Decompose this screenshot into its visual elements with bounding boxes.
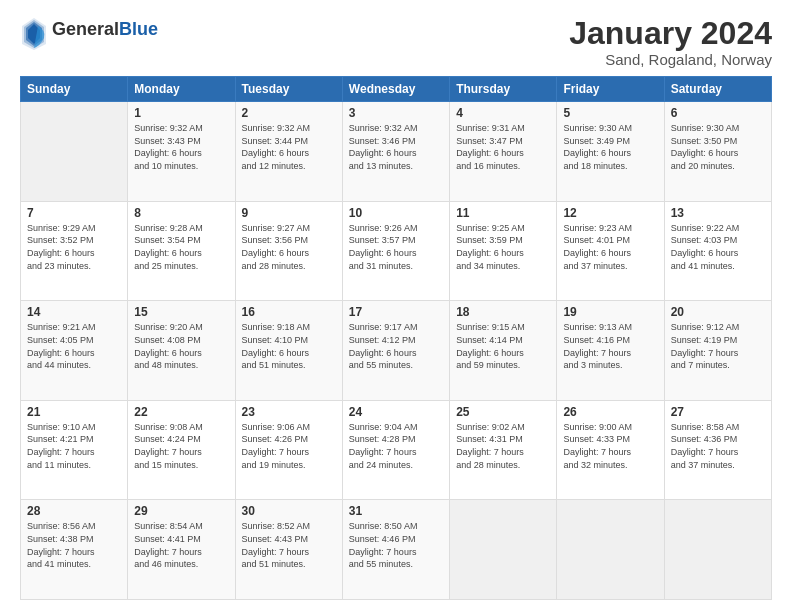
- day-number: 11: [456, 206, 550, 220]
- logo-blue: Blue: [119, 20, 158, 40]
- day-info: Sunrise: 9:29 AMSunset: 3:52 PMDaylight:…: [27, 222, 121, 272]
- day-number: 30: [242, 504, 336, 518]
- page-title: January 2024: [569, 16, 772, 51]
- calendar-cell: [557, 500, 664, 600]
- calendar-cell: [450, 500, 557, 600]
- day-number: 14: [27, 305, 121, 319]
- calendar-cell: 9Sunrise: 9:27 AMSunset: 3:56 PMDaylight…: [235, 201, 342, 301]
- header: GeneralBlue January 2024 Sand, Rogaland,…: [20, 16, 772, 68]
- calendar-cell: 17Sunrise: 9:17 AMSunset: 4:12 PMDayligh…: [342, 301, 449, 401]
- day-info: Sunrise: 9:15 AMSunset: 4:14 PMDaylight:…: [456, 321, 550, 371]
- calendar-cell: 13Sunrise: 9:22 AMSunset: 4:03 PMDayligh…: [664, 201, 771, 301]
- day-number: 20: [671, 305, 765, 319]
- calendar-week-row: 21Sunrise: 9:10 AMSunset: 4:21 PMDayligh…: [21, 400, 772, 500]
- calendar-cell: 29Sunrise: 8:54 AMSunset: 4:41 PMDayligh…: [128, 500, 235, 600]
- day-number: 1: [134, 106, 228, 120]
- calendar-cell: 3Sunrise: 9:32 AMSunset: 3:46 PMDaylight…: [342, 102, 449, 202]
- calendar-week-row: 1Sunrise: 9:32 AMSunset: 3:43 PMDaylight…: [21, 102, 772, 202]
- calendar-cell: 14Sunrise: 9:21 AMSunset: 4:05 PMDayligh…: [21, 301, 128, 401]
- page: GeneralBlue January 2024 Sand, Rogaland,…: [0, 0, 792, 612]
- calendar-cell: 23Sunrise: 9:06 AMSunset: 4:26 PMDayligh…: [235, 400, 342, 500]
- calendar-cell: 24Sunrise: 9:04 AMSunset: 4:28 PMDayligh…: [342, 400, 449, 500]
- calendar-cell: 27Sunrise: 8:58 AMSunset: 4:36 PMDayligh…: [664, 400, 771, 500]
- day-number: 31: [349, 504, 443, 518]
- day-number: 2: [242, 106, 336, 120]
- calendar-cell: 6Sunrise: 9:30 AMSunset: 3:50 PMDaylight…: [664, 102, 771, 202]
- page-subtitle: Sand, Rogaland, Norway: [569, 51, 772, 68]
- logo-icon: [20, 16, 48, 44]
- calendar-cell: 2Sunrise: 9:32 AMSunset: 3:44 PMDaylight…: [235, 102, 342, 202]
- day-number: 8: [134, 206, 228, 220]
- day-number: 6: [671, 106, 765, 120]
- logo-general: General: [52, 20, 119, 40]
- day-info: Sunrise: 9:00 AMSunset: 4:33 PMDaylight:…: [563, 421, 657, 471]
- calendar-week-row: 7Sunrise: 9:29 AMSunset: 3:52 PMDaylight…: [21, 201, 772, 301]
- day-number: 29: [134, 504, 228, 518]
- day-number: 23: [242, 405, 336, 419]
- day-number: 17: [349, 305, 443, 319]
- day-info: Sunrise: 8:56 AMSunset: 4:38 PMDaylight:…: [27, 520, 121, 570]
- calendar-cell: 15Sunrise: 9:20 AMSunset: 4:08 PMDayligh…: [128, 301, 235, 401]
- calendar-cell: 5Sunrise: 9:30 AMSunset: 3:49 PMDaylight…: [557, 102, 664, 202]
- calendar-week-row: 28Sunrise: 8:56 AMSunset: 4:38 PMDayligh…: [21, 500, 772, 600]
- calendar-header: SundayMondayTuesdayWednesdayThursdayFrid…: [21, 77, 772, 102]
- day-info: Sunrise: 8:50 AMSunset: 4:46 PMDaylight:…: [349, 520, 443, 570]
- calendar-cell: 16Sunrise: 9:18 AMSunset: 4:10 PMDayligh…: [235, 301, 342, 401]
- day-info: Sunrise: 9:20 AMSunset: 4:08 PMDaylight:…: [134, 321, 228, 371]
- day-info: Sunrise: 9:26 AMSunset: 3:57 PMDaylight:…: [349, 222, 443, 272]
- day-number: 22: [134, 405, 228, 419]
- day-number: 18: [456, 305, 550, 319]
- day-number: 13: [671, 206, 765, 220]
- day-info: Sunrise: 9:22 AMSunset: 4:03 PMDaylight:…: [671, 222, 765, 272]
- calendar-cell: 28Sunrise: 8:56 AMSunset: 4:38 PMDayligh…: [21, 500, 128, 600]
- day-info: Sunrise: 9:28 AMSunset: 3:54 PMDaylight:…: [134, 222, 228, 272]
- day-info: Sunrise: 9:18 AMSunset: 4:10 PMDaylight:…: [242, 321, 336, 371]
- day-number: 16: [242, 305, 336, 319]
- calendar-cell: 12Sunrise: 9:23 AMSunset: 4:01 PMDayligh…: [557, 201, 664, 301]
- day-info: Sunrise: 9:02 AMSunset: 4:31 PMDaylight:…: [456, 421, 550, 471]
- calendar-cell: 10Sunrise: 9:26 AMSunset: 3:57 PMDayligh…: [342, 201, 449, 301]
- day-number: 28: [27, 504, 121, 518]
- calendar-table: SundayMondayTuesdayWednesdayThursdayFrid…: [20, 76, 772, 600]
- day-info: Sunrise: 8:58 AMSunset: 4:36 PMDaylight:…: [671, 421, 765, 471]
- day-number: 24: [349, 405, 443, 419]
- day-number: 9: [242, 206, 336, 220]
- day-info: Sunrise: 9:32 AMSunset: 3:44 PMDaylight:…: [242, 122, 336, 172]
- day-info: Sunrise: 9:10 AMSunset: 4:21 PMDaylight:…: [27, 421, 121, 471]
- day-number: 5: [563, 106, 657, 120]
- day-info: Sunrise: 9:04 AMSunset: 4:28 PMDaylight:…: [349, 421, 443, 471]
- calendar-week-row: 14Sunrise: 9:21 AMSunset: 4:05 PMDayligh…: [21, 301, 772, 401]
- day-number: 25: [456, 405, 550, 419]
- day-info: Sunrise: 9:21 AMSunset: 4:05 PMDaylight:…: [27, 321, 121, 371]
- day-info: Sunrise: 9:06 AMSunset: 4:26 PMDaylight:…: [242, 421, 336, 471]
- day-info: Sunrise: 9:17 AMSunset: 4:12 PMDaylight:…: [349, 321, 443, 371]
- day-info: Sunrise: 9:27 AMSunset: 3:56 PMDaylight:…: [242, 222, 336, 272]
- calendar-cell: 19Sunrise: 9:13 AMSunset: 4:16 PMDayligh…: [557, 301, 664, 401]
- logo-text: GeneralBlue: [52, 20, 158, 40]
- calendar-cell: 22Sunrise: 9:08 AMSunset: 4:24 PMDayligh…: [128, 400, 235, 500]
- day-number: 21: [27, 405, 121, 419]
- calendar-cell: 1Sunrise: 9:32 AMSunset: 3:43 PMDaylight…: [128, 102, 235, 202]
- day-of-week-header: Sunday: [21, 77, 128, 102]
- calendar-body: 1Sunrise: 9:32 AMSunset: 3:43 PMDaylight…: [21, 102, 772, 600]
- calendar-cell: 4Sunrise: 9:31 AMSunset: 3:47 PMDaylight…: [450, 102, 557, 202]
- day-of-week-header: Friday: [557, 77, 664, 102]
- calendar-cell: [664, 500, 771, 600]
- calendar-cell: 20Sunrise: 9:12 AMSunset: 4:19 PMDayligh…: [664, 301, 771, 401]
- calendar-cell: 25Sunrise: 9:02 AMSunset: 4:31 PMDayligh…: [450, 400, 557, 500]
- day-info: Sunrise: 9:12 AMSunset: 4:19 PMDaylight:…: [671, 321, 765, 371]
- calendar-cell: 8Sunrise: 9:28 AMSunset: 3:54 PMDaylight…: [128, 201, 235, 301]
- days-of-week-row: SundayMondayTuesdayWednesdayThursdayFrid…: [21, 77, 772, 102]
- day-info: Sunrise: 9:30 AMSunset: 3:50 PMDaylight:…: [671, 122, 765, 172]
- day-info: Sunrise: 8:54 AMSunset: 4:41 PMDaylight:…: [134, 520, 228, 570]
- day-number: 19: [563, 305, 657, 319]
- calendar-cell: 18Sunrise: 9:15 AMSunset: 4:14 PMDayligh…: [450, 301, 557, 401]
- calendar-cell: 7Sunrise: 9:29 AMSunset: 3:52 PMDaylight…: [21, 201, 128, 301]
- day-info: Sunrise: 9:32 AMSunset: 3:46 PMDaylight:…: [349, 122, 443, 172]
- day-info: Sunrise: 9:23 AMSunset: 4:01 PMDaylight:…: [563, 222, 657, 272]
- day-of-week-header: Thursday: [450, 77, 557, 102]
- day-info: Sunrise: 9:13 AMSunset: 4:16 PMDaylight:…: [563, 321, 657, 371]
- day-info: Sunrise: 9:25 AMSunset: 3:59 PMDaylight:…: [456, 222, 550, 272]
- calendar-cell: 11Sunrise: 9:25 AMSunset: 3:59 PMDayligh…: [450, 201, 557, 301]
- day-of-week-header: Saturday: [664, 77, 771, 102]
